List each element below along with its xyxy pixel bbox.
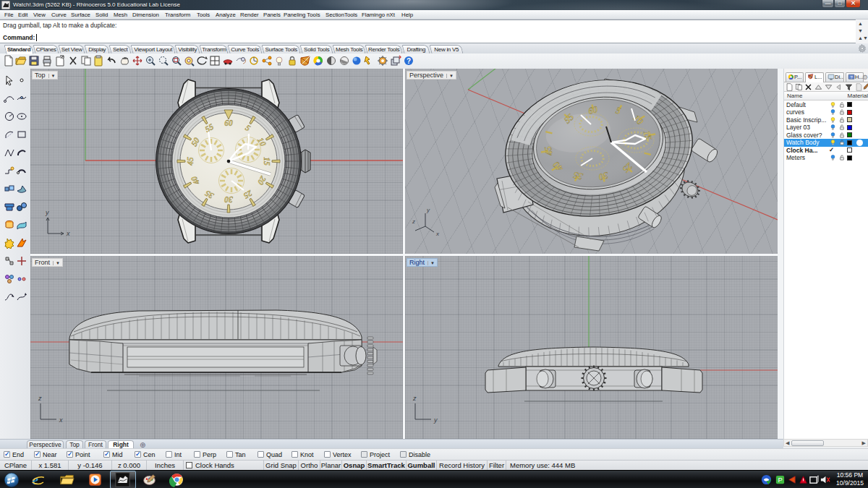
svg-text:15: 15 bbox=[263, 157, 271, 166]
svg-text:y: y bbox=[433, 416, 438, 424]
svg-text:60: 60 bbox=[224, 119, 233, 127]
svg-text:x: x bbox=[66, 230, 70, 237]
svg-text:x: x bbox=[59, 416, 63, 424]
svg-text:30: 30 bbox=[224, 195, 234, 204]
svg-text:y: y bbox=[426, 207, 430, 213]
svg-text:P: P bbox=[778, 476, 782, 484]
svg-text:45: 45 bbox=[186, 157, 195, 166]
svg-text:y: y bbox=[45, 209, 49, 216]
svg-text:?: ? bbox=[850, 75, 852, 80]
svg-text:z: z bbox=[38, 395, 42, 402]
svg-text:z: z bbox=[412, 395, 417, 402]
svg-text:?: ? bbox=[407, 57, 411, 65]
svg-text:z: z bbox=[412, 218, 415, 225]
svg-text:x: x bbox=[435, 231, 440, 237]
